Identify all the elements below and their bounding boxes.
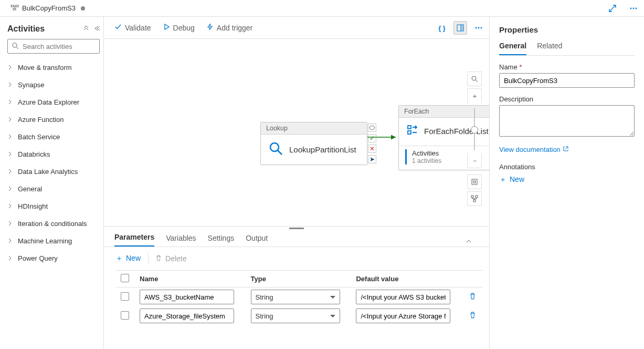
description-input[interactable]	[499, 105, 635, 137]
svg-point-10	[478, 27, 480, 29]
svg-point-5	[636, 8, 637, 9]
more-icon[interactable]	[627, 2, 640, 15]
sidebar-category[interactable]: Databricks	[7, 146, 100, 163]
port-failure-icon[interactable]: ✕	[368, 145, 376, 153]
properties-toggle-button[interactable]	[453, 21, 467, 35]
row-checkbox[interactable]	[121, 292, 129, 301]
svg-rect-0	[11, 5, 14, 7]
tab-general[interactable]: General	[499, 42, 526, 55]
category-label: Databricks	[18, 150, 50, 158]
tab-bar: BulkCopyFromS3	[0, 0, 644, 17]
category-label: Machine Learning	[18, 237, 72, 245]
sidebar-category[interactable]: Power Query	[7, 250, 100, 267]
sidebar-category[interactable]: Machine Learning	[7, 232, 100, 250]
svg-rect-8	[461, 25, 463, 31]
trash-icon	[155, 254, 162, 263]
external-link-icon	[563, 146, 569, 153]
tab-variables[interactable]: Variables	[166, 234, 196, 247]
canvas-tools: ＋ －	[467, 71, 482, 208]
properties-title: Properties	[499, 25, 635, 34]
svg-rect-18	[471, 196, 473, 198]
chevron-right-icon	[7, 98, 15, 106]
sub-activities-label: Activities	[412, 149, 441, 157]
search-icon	[12, 42, 19, 51]
collapse-panel-icon[interactable]	[93, 25, 100, 34]
chevron-right-icon	[7, 254, 15, 262]
desc-label: Description	[499, 95, 635, 103]
category-label: HDInsight	[18, 202, 48, 210]
fit-to-screen-button[interactable]	[467, 174, 482, 189]
zoom-in-button[interactable]: ＋	[467, 88, 482, 103]
col-name: Name	[134, 271, 246, 288]
pipeline-canvas[interactable]: Lookup LookupPartitionList ✓ ✕ ➤	[104, 39, 489, 226]
sidebar-category[interactable]: HDInsight	[7, 198, 100, 215]
sidebar-category[interactable]: Azure Data Explorer	[7, 94, 100, 111]
delete-row-button[interactable]	[469, 294, 477, 302]
sidebar-category[interactable]: Azure Function	[7, 111, 100, 128]
unsaved-dot-icon	[81, 6, 85, 11]
category-label: Data Lake Analytics	[18, 168, 78, 176]
activity-lookup[interactable]: Lookup LookupPartitionList ✓ ✕ ➤	[260, 122, 367, 165]
lookup-icon	[268, 141, 284, 158]
pipeline-tab[interactable]: BulkCopyFromS3	[5, 0, 90, 17]
activities-title: Activities	[7, 24, 45, 34]
pipeline-name-input[interactable]	[499, 73, 635, 88]
activity-type-label: Lookup	[261, 122, 367, 135]
chevron-right-icon	[7, 202, 15, 210]
svg-rect-20	[473, 200, 476, 202]
zoom-slider[interactable]	[474, 108, 475, 150]
expand-icon[interactable]	[606, 2, 619, 15]
sidebar-category[interactable]: Synapse	[7, 76, 100, 94]
sidebar-category[interactable]: Data Lake Analytics	[7, 163, 100, 180]
param-name-input[interactable]	[140, 290, 234, 304]
tab-output[interactable]: Output	[246, 234, 268, 247]
connector-success[interactable]	[367, 134, 399, 140]
param-type-select[interactable]: String	[251, 309, 340, 323]
col-default: Default value	[351, 271, 462, 288]
sidebar-category[interactable]: Batch Service	[7, 128, 100, 146]
collapse-all-icon[interactable]	[82, 25, 90, 34]
select-all-checkbox[interactable]	[121, 274, 129, 282]
activities-search-input[interactable]	[7, 39, 100, 54]
add-annotation-button[interactable]: ＋ New	[499, 175, 635, 184]
parameters-table: Name Type Default value StringString	[115, 270, 483, 325]
sidebar-category[interactable]: Iteration & conditionals	[7, 215, 100, 232]
param-name-input[interactable]	[140, 309, 234, 323]
sidebar-category[interactable]: Move & transform	[7, 59, 100, 76]
chevron-right-icon	[7, 64, 15, 71]
delete-parameter-button[interactable]: Delete	[155, 254, 186, 263]
zoom-out-button[interactable]: －	[467, 153, 482, 168]
svg-rect-14	[408, 131, 411, 134]
chevron-right-icon	[7, 220, 15, 228]
collapse-bottom-icon[interactable]	[465, 238, 479, 247]
svg-point-15	[472, 76, 476, 80]
row-checkbox[interactable]	[121, 311, 129, 320]
tab-parameters[interactable]: Parameters	[114, 233, 154, 247]
svg-rect-1	[16, 5, 18, 7]
canvas-search-button[interactable]	[467, 71, 482, 86]
add-trigger-button[interactable]: Add trigger	[206, 23, 252, 32]
debug-button[interactable]: Debug	[163, 23, 195, 32]
chevron-right-icon	[7, 237, 15, 245]
add-parameter-button[interactable]: ＋ New	[115, 254, 141, 263]
view-documentation-link[interactable]: View documentation	[499, 146, 635, 153]
auto-layout-button[interactable]	[467, 191, 482, 206]
port-completion-icon[interactable]	[368, 124, 376, 132]
tab-settings[interactable]: Settings	[208, 234, 235, 247]
param-default-input[interactable]	[356, 309, 450, 323]
activities-sidebar: Activities Move & transformSynapseAzure …	[0, 17, 104, 349]
tab-related[interactable]: Related	[537, 42, 562, 55]
param-type-select[interactable]: String	[251, 290, 340, 304]
toolbar-more-icon[interactable]	[472, 22, 485, 34]
delete-row-button[interactable]	[469, 313, 477, 321]
port-skip-icon[interactable]: ➤	[368, 155, 376, 163]
param-default-input[interactable]	[356, 290, 450, 304]
category-label: Azure Function	[18, 116, 64, 124]
sidebar-category[interactable]: General	[7, 180, 100, 198]
svg-rect-16	[472, 179, 477, 184]
code-view-button[interactable]: { }	[436, 22, 448, 34]
pipeline-icon	[10, 3, 19, 13]
annotations-label: Annotations	[499, 163, 635, 171]
validate-button[interactable]: Validate	[114, 23, 151, 32]
chevron-right-icon	[7, 116, 15, 124]
